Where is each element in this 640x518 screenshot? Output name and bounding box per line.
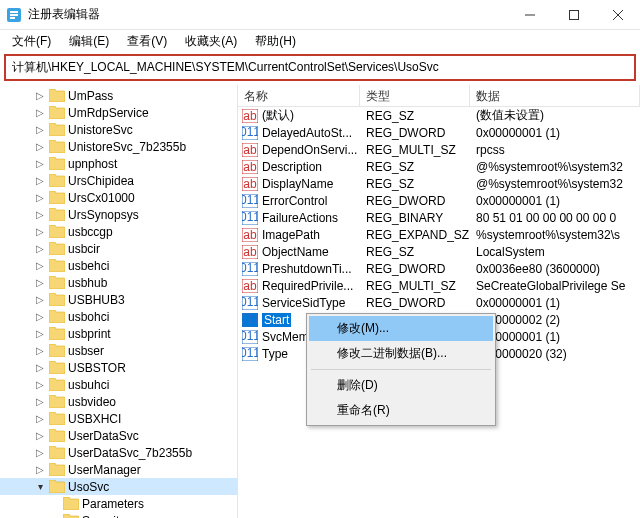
chevron-right-icon[interactable]: ▷: [34, 209, 46, 220]
value-name: ServiceSidType: [262, 296, 345, 310]
value-name: RequiredPrivile...: [262, 279, 353, 293]
value-name: Type: [262, 347, 288, 361]
value-row[interactable]: abImagePathREG_EXPAND_SZ%systemroot%\sys…: [238, 226, 640, 243]
tree-item[interactable]: ▷UrsSynopsys: [0, 206, 237, 223]
tree-item[interactable]: ▷usbohci: [0, 308, 237, 325]
column-type-header[interactable]: 类型: [360, 85, 470, 106]
tree-item[interactable]: ▷UserDataSvc: [0, 427, 237, 444]
address-bar[interactable]: 计算机\HKEY_LOCAL_MACHINE\SYSTEM\CurrentCon…: [4, 54, 636, 81]
tree-item[interactable]: ▷UrsCx01000: [0, 189, 237, 206]
chevron-right-icon[interactable]: ▷: [34, 124, 46, 135]
svg-text:ab: ab: [243, 160, 257, 174]
chevron-right-icon[interactable]: ▷: [34, 107, 46, 118]
menu-view[interactable]: 查看(V): [119, 31, 175, 52]
value-row[interactable]: abDependOnServi...REG_MULTI_SZrpcss: [238, 141, 640, 158]
tree-item[interactable]: ▷UserDataSvc_7b2355b: [0, 444, 237, 461]
svg-text:011: 011: [242, 330, 258, 343]
menu-favorites[interactable]: 收藏夹(A): [177, 31, 245, 52]
tree-item[interactable]: ▷usbccgp: [0, 223, 237, 240]
tree-item[interactable]: ▷UnistoreSvc_7b2355b: [0, 138, 237, 155]
chevron-right-icon[interactable]: ▷: [34, 311, 46, 322]
tree-item[interactable]: Security: [0, 512, 237, 518]
svg-text:011: 011: [242, 262, 258, 275]
tree-item[interactable]: ▷usbuhci: [0, 376, 237, 393]
tree-item[interactable]: ▷usbvideo: [0, 393, 237, 410]
value-row[interactable]: ab(默认)REG_SZ(数值未设置): [238, 107, 640, 124]
chevron-right-icon[interactable]: ▷: [34, 345, 46, 356]
chevron-right-icon[interactable]: ▷: [34, 277, 46, 288]
menu-file[interactable]: 文件(F): [4, 31, 59, 52]
chevron-right-icon[interactable]: ▷: [34, 90, 46, 101]
value-row[interactable]: abDescriptionREG_SZ@%systemroot%\system3…: [238, 158, 640, 175]
value-name: Description: [262, 160, 322, 174]
close-button[interactable]: [596, 0, 640, 30]
value-row[interactable]: 011ErrorControlREG_DWORD0x00000001 (1): [238, 192, 640, 209]
chevron-right-icon[interactable]: ▷: [34, 379, 46, 390]
svg-rect-2: [10, 14, 18, 16]
value-data: @%systemroot%\system32: [470, 177, 640, 191]
tree-item[interactable]: ▷USBXHCI: [0, 410, 237, 427]
ctx-rename[interactable]: 重命名(R): [309, 398, 493, 423]
tree-item[interactable]: ▷UrsChipidea: [0, 172, 237, 189]
tree-item[interactable]: ▷usbser: [0, 342, 237, 359]
menu-edit[interactable]: 编辑(E): [61, 31, 117, 52]
value-name: Start: [262, 313, 291, 327]
chevron-right-icon[interactable]: ▷: [34, 413, 46, 424]
tree-item[interactable]: ▷UnistoreSvc: [0, 121, 237, 138]
chevron-down-icon[interactable]: ▾: [34, 481, 46, 492]
chevron-right-icon[interactable]: ▷: [34, 328, 46, 339]
tree-item[interactable]: Parameters: [0, 495, 237, 512]
chevron-right-icon[interactable]: ▷: [34, 430, 46, 441]
svg-text:011: 011: [242, 296, 258, 309]
chevron-right-icon[interactable]: ▷: [34, 141, 46, 152]
chevron-right-icon[interactable]: ▷: [34, 362, 46, 373]
list-view[interactable]: 名称 类型 数据 ab(默认)REG_SZ(数值未设置)011DelayedAu…: [238, 85, 640, 518]
value-row[interactable]: 011FailureActionsREG_BINARY80 51 01 00 0…: [238, 209, 640, 226]
tree-item[interactable]: ▷UserManager: [0, 461, 237, 478]
tree-item[interactable]: ▷upnphost: [0, 155, 237, 172]
ctx-delete[interactable]: 删除(D): [309, 373, 493, 398]
chevron-right-icon[interactable]: ▷: [34, 158, 46, 169]
value-data: SeCreateGlobalPrivilege Se: [470, 279, 640, 293]
chevron-right-icon[interactable]: ▷: [34, 294, 46, 305]
value-row[interactable]: abObjectNameREG_SZLocalSystem: [238, 243, 640, 260]
chevron-right-icon[interactable]: ▷: [34, 175, 46, 186]
menu-help[interactable]: 帮助(H): [247, 31, 304, 52]
svg-text:011: 011: [242, 313, 258, 326]
tree-item[interactable]: ▾UsoSvc: [0, 478, 237, 495]
tree-item-label: usbehci: [68, 259, 109, 273]
value-row[interactable]: 011ServiceSidTypeREG_DWORD0x00000001 (1): [238, 294, 640, 311]
tree-item[interactable]: ▷UmPass: [0, 87, 237, 104]
maximize-button[interactable]: [552, 0, 596, 30]
value-row[interactable]: abDisplayNameREG_SZ@%systemroot%\system3…: [238, 175, 640, 192]
chevron-right-icon[interactable]: ▷: [34, 260, 46, 271]
ctx-modify[interactable]: 修改(M)...: [309, 316, 493, 341]
svg-text:011: 011: [242, 347, 258, 360]
tree-item-label: upnphost: [68, 157, 117, 171]
value-type: REG_DWORD: [360, 262, 470, 276]
tree-item[interactable]: ▷usbhub: [0, 274, 237, 291]
svg-rect-3: [10, 17, 15, 19]
value-type: REG_SZ: [360, 177, 470, 191]
value-row[interactable]: abRequiredPrivile...REG_MULTI_SZSeCreate…: [238, 277, 640, 294]
tree-item[interactable]: ▷USBSTOR: [0, 359, 237, 376]
tree-item[interactable]: ▷USBHUB3: [0, 291, 237, 308]
app-icon: [6, 7, 22, 23]
ctx-modify-binary[interactable]: 修改二进制数据(B)...: [309, 341, 493, 366]
value-row[interactable]: 011PreshutdownTi...REG_DWORD0x0036ee80 (…: [238, 260, 640, 277]
tree-item[interactable]: ▷usbehci: [0, 257, 237, 274]
chevron-right-icon[interactable]: ▷: [34, 447, 46, 458]
minimize-button[interactable]: [508, 0, 552, 30]
chevron-right-icon[interactable]: ▷: [34, 192, 46, 203]
tree-view[interactable]: ▷UmPass▷UmRdpService▷UnistoreSvc▷Unistor…: [0, 85, 238, 518]
chevron-right-icon[interactable]: ▷: [34, 464, 46, 475]
tree-item[interactable]: ▷usbcir: [0, 240, 237, 257]
chevron-right-icon[interactable]: ▷: [34, 226, 46, 237]
column-name-header[interactable]: 名称: [238, 85, 360, 106]
chevron-right-icon[interactable]: ▷: [34, 396, 46, 407]
chevron-right-icon[interactable]: ▷: [34, 243, 46, 254]
tree-item[interactable]: ▷usbprint: [0, 325, 237, 342]
tree-item[interactable]: ▷UmRdpService: [0, 104, 237, 121]
value-row[interactable]: 011DelayedAutoSt...REG_DWORD0x00000001 (…: [238, 124, 640, 141]
column-data-header[interactable]: 数据: [470, 85, 640, 106]
